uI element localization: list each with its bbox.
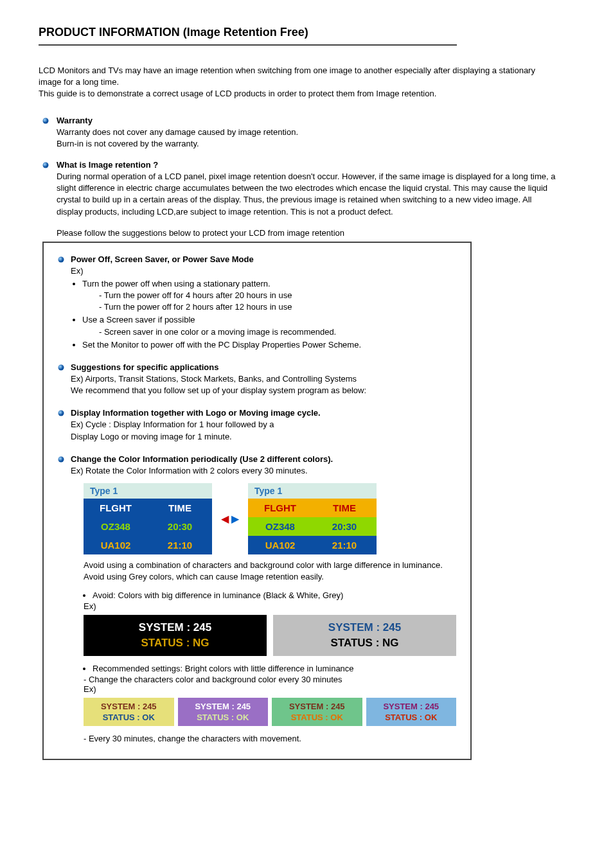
rec-example-3: SYSTEM : 245 STATUS : OK [272,698,362,726]
avoid-list: Avoid: Colors with big difference in lum… [84,590,456,600]
power-body: Ex) Turn the power off when using a stat… [71,265,456,351]
rec-example-1: SYSTEM : 245 STATUS : OK [84,698,174,726]
svg-point-5 [58,456,64,462]
what-title: What is Image retention ? [57,160,558,170]
warranty-line-2: Burn-in is not covered by the warranty. [57,139,199,148]
specific-l2: We recommend that you follow set up of y… [71,385,366,395]
power-section: Power Off, Screen Saver, or Power Save M… [58,254,456,351]
type1-table-right: FLGHT TIME OZ348 20:30 UA102 21:10 [248,499,377,554]
rec-sub: - Change the characters color and backgr… [84,675,456,684]
avoid-status: STATUS : NG [84,637,267,650]
avoid-status: STATUS : NG [273,637,456,650]
rec-status: STATUS : OK [178,713,269,722]
ex-label: Ex) [84,601,456,611]
rec-list: Recommended settings: Bright colors with… [84,664,456,673]
warranty-body: Warranty does not cover any damage cause… [57,127,558,150]
list-item: Recommended settings: Bright colors with… [93,664,456,673]
logo-l1: Ex) Cycle : Display Information for 1 ho… [71,420,274,429]
power-li2a: - Screen saver in one color or a moving … [82,326,456,338]
color-section: Change the Color Information periodicall… [58,454,456,744]
arrow-right-icon: ▶ [231,513,239,525]
cell: 21:10 [312,536,377,554]
table-row: FLGHT TIME [248,499,377,517]
avoid-note1: Avoid using a combination of characters … [84,560,456,571]
power-li1b: - Turn the power off for 2 hours after 1… [82,301,456,313]
cell: 20:30 [148,517,212,536]
list-item: Use a Screen saver if possible - Screen … [82,314,456,337]
svg-point-4 [58,411,64,416]
cell: OZ348 [248,517,312,536]
cell: UA102 [248,536,312,554]
avoid-examples: SYSTEM : 245 STATUS : NG SYSTEM : 245 ST… [84,615,456,656]
th-time: TIME [312,499,377,517]
what-body: During normal operation of a LCD panel, … [57,171,558,218]
specific-section: Suggestions for specific applications Ex… [58,362,456,396]
title-rule [39,44,457,46]
table-row: FLGHT TIME [84,499,212,517]
avoid-system: SYSTEM : 245 [273,621,456,634]
avoid-note2: Avoid using Grey colors, which can cause… [84,571,456,583]
intro-line-1: LCD Monitors and TVs may have an image r… [39,66,535,87]
rec-bullet: Recommended settings: Bright colors with… [93,664,354,673]
specific-body: Ex) Airports, Transit Stations, Stock Ma… [71,373,456,396]
power-title: Power Off, Screen Saver, or Power Save M… [71,254,456,264]
color-l1: Ex) Rotate the Color Information with 2 … [71,465,456,477]
bullet-icon [58,364,64,371]
logo-l2: Display Logo or moving image for 1 minut… [71,432,232,441]
rec-system: SYSTEM : 245 [366,702,457,711]
warranty-section: Warranty Warranty does not cover any dam… [39,116,558,150]
warranty-title: Warranty [57,116,558,125]
svg-point-2 [58,256,64,262]
specific-l1: Ex) Airports, Transit Stations, Stock Ma… [71,374,357,384]
cell: UA102 [84,536,148,554]
cell: 20:30 [312,517,377,536]
avoid-example-grey: SYSTEM : 245 STATUS : NG [273,615,456,656]
table-row: UA102 21:10 [84,536,212,554]
ex-label-2: Ex) [84,684,456,694]
avoid-bullet: Avoid: Colors with big difference in lum… [93,590,343,600]
svg-point-3 [58,365,64,371]
suggestion-box: Power Off, Screen Saver, or Power Save M… [42,242,472,761]
suggestion-lead: Please follow the suggestions below to p… [57,228,545,238]
th-time: TIME [148,499,212,517]
avoid-system: SYSTEM : 245 [84,621,267,634]
power-li2: Use a Screen saver if possible [82,315,195,324]
page-title: PRODUCT INFORMATION (Image Retention Fre… [39,26,574,39]
rec-example-4: SYSTEM : 245 STATUS : OK [366,698,457,726]
power-list: Turn the power off when using a stationa… [73,278,456,351]
table-row: UA102 21:10 [248,536,377,554]
rec-status: STATUS : OK [366,713,457,722]
table-row: OZ348 20:30 [248,517,377,536]
rec-status: STATUS : OK [272,713,362,722]
logo-body: Ex) Cycle : Display Information for 1 ho… [71,419,456,442]
rec-system: SYSTEM : 245 [84,702,174,711]
specific-title: Suggestions for specific applications [71,362,456,372]
bullet-icon [42,162,49,168]
rec-system: SYSTEM : 245 [272,702,362,711]
rec-examples: SYSTEM : 245 STATUS : OK SYSTEM : 245 ST… [84,698,456,726]
rec-system: SYSTEM : 245 [178,702,269,711]
cell: 21:10 [148,536,212,554]
power-ex: Ex) [71,266,84,276]
rec-example-2: SYSTEM : 245 STATUS : OK [178,698,269,726]
bullet-icon [58,256,64,263]
what-section: What is Image retention ? During normal … [39,160,558,218]
avoid-example-black: SYSTEM : 245 STATUS : NG [84,615,267,656]
intro-paragraph: LCD Monitors and TVs may have an image r… [39,65,540,100]
type1-table-left: FLGHT TIME OZ348 20:30 UA102 21:10 [84,499,212,554]
logo-title: Display Information together with Logo o… [71,408,456,418]
intro-line-2: This guide is to demonstrate a correct u… [39,89,436,98]
rec-status: STATUS : OK [84,713,174,722]
type1-figure: Type 1 FLGHT TIME OZ348 20:30 UA102 21:1… [84,483,456,554]
th-flight: FLGHT [248,499,312,517]
th-flight: FLGHT [84,499,148,517]
movement-note: - Every 30 minutes, change the character… [84,734,456,743]
swap-arrows-icon: ◀ ▶ [221,513,239,525]
power-li1a: - Turn the power off for 4 hours after 2… [82,290,456,301]
bullet-icon [58,456,64,463]
svg-point-1 [43,162,49,168]
type1-left: Type 1 FLGHT TIME OZ348 20:30 UA102 21:1… [84,483,212,554]
type1-right: Type 1 FLGHT TIME OZ348 20:30 UA102 21:1… [248,483,377,554]
list-item: Avoid: Colors with big difference in lum… [93,590,456,600]
color-title: Change the Color Information periodicall… [71,454,456,464]
